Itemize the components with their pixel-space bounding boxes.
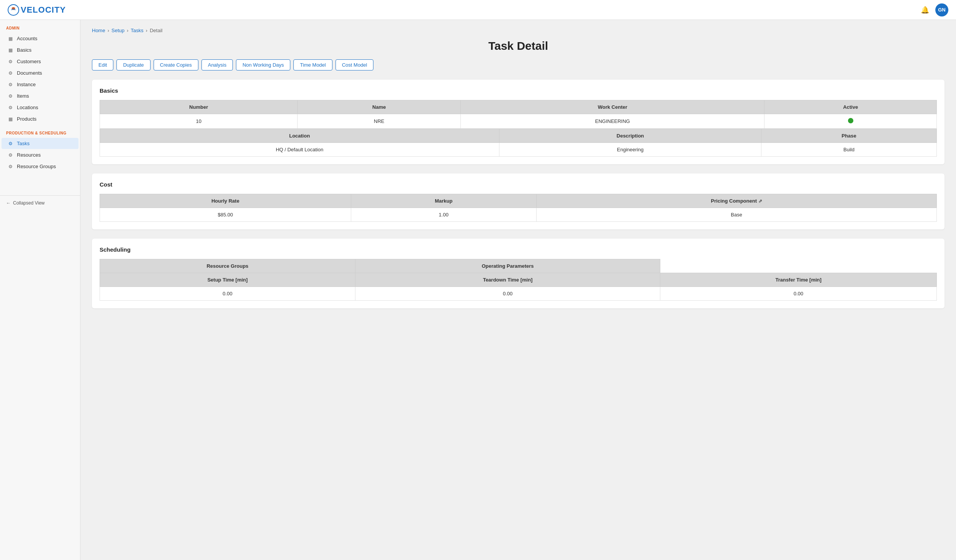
sidebar-item-products-label: Products: [17, 116, 36, 122]
active-status-dot: [848, 118, 853, 123]
products-icon: ▦: [8, 116, 13, 122]
top-right-nav: 🔔 GN: [921, 3, 948, 16]
basics-active-value: [764, 114, 937, 129]
table-row: HQ / Default Location Engineering Build: [100, 143, 937, 157]
time-model-button[interactable]: Time Model: [293, 59, 332, 70]
cost-hourly-rate-header: Hourly Rate: [100, 194, 351, 208]
sidebar-item-documents[interactable]: ⚙ Documents: [2, 67, 79, 79]
sidebar-item-instance-label: Instance: [17, 82, 36, 87]
sidebar-item-locations-label: Locations: [17, 105, 38, 110]
logo: VELOCITY: [8, 4, 66, 16]
basics-number-value: 10: [100, 114, 298, 129]
sidebar-item-customers[interactable]: ⚙ Customers: [2, 56, 79, 67]
table-row: 10 NRE ENGINEERING: [100, 114, 937, 129]
cost-pricing-component-header: Pricing Component ⇗: [536, 194, 936, 208]
sidebar-item-locations[interactable]: ⚙ Locations: [2, 102, 79, 113]
cost-hourly-rate-value: $85.00: [100, 208, 351, 222]
scheduling-operating-params-header: Operating Parameters: [355, 259, 660, 273]
scheduling-table-1: Resource Groups Operating Parameters Set…: [100, 259, 937, 301]
non-working-days-button[interactable]: Non Working Days: [236, 59, 290, 70]
breadcrumb-sep-3: ›: [146, 28, 147, 33]
sidebar-item-instance[interactable]: ⚙ Instance: [2, 79, 79, 90]
cost-markup-header: Markup: [351, 194, 536, 208]
main-content: Home › Setup › Tasks › Detail Task Detai…: [80, 20, 956, 560]
basics-icon: ▦: [8, 47, 13, 53]
breadcrumb-home[interactable]: Home: [92, 28, 105, 33]
admin-section-label: ADMIN: [0, 20, 80, 33]
sidebar-item-tasks-label: Tasks: [17, 141, 29, 146]
instance-icon: ⚙: [8, 82, 13, 87]
scheduling-teardown-time-value: 0.00: [355, 287, 660, 301]
breadcrumb-setup[interactable]: Setup: [111, 28, 124, 33]
top-nav: VELOCITY 🔔 GN: [0, 0, 956, 20]
collapsed-view-button[interactable]: ← Collapsed View: [0, 195, 80, 210]
breadcrumb-tasks[interactable]: Tasks: [131, 28, 143, 33]
basics-name-value: NRE: [298, 114, 461, 129]
sidebar-item-accounts[interactable]: ▦ Accounts: [2, 33, 79, 44]
breadcrumb-detail: Detail: [150, 28, 162, 33]
analysis-button[interactable]: Analysis: [201, 59, 233, 70]
breadcrumb-sep-1: ›: [108, 28, 109, 33]
basics-table-2: Location Description Phase HQ / Default …: [100, 129, 937, 157]
basics-number-header: Number: [100, 100, 298, 114]
pricing-component-link-icon: ⇗: [758, 198, 762, 204]
table-row: $85.00 1.00 Base: [100, 208, 937, 222]
sidebar-item-resource-groups-label: Resource Groups: [17, 164, 56, 169]
resources-icon: ⚙: [8, 152, 13, 158]
scheduling-section-title: Scheduling: [100, 246, 937, 253]
cost-section-title: Cost: [100, 181, 937, 188]
table-row: 0.00 0.00 0.00: [100, 287, 937, 301]
collapse-arrow-icon: ←: [6, 200, 11, 206]
scheduling-resource-groups-header: Resource Groups: [100, 259, 355, 273]
cost-pricing-component-value: Base: [536, 208, 936, 222]
basics-location-value: HQ / Default Location: [100, 143, 499, 157]
duplicate-button[interactable]: Duplicate: [116, 59, 150, 70]
create-copies-button[interactable]: Create Copies: [154, 59, 198, 70]
basics-phase-value: Build: [761, 143, 936, 157]
app-name: VELOCITY: [21, 5, 66, 15]
scheduling-setup-time-header: Setup Time [min]: [100, 273, 355, 287]
customers-icon: ⚙: [8, 59, 13, 64]
user-avatar[interactable]: GN: [935, 3, 948, 16]
basics-description-value: Engineering: [499, 143, 761, 157]
breadcrumb-sep-2: ›: [127, 28, 128, 33]
basics-name-header: Name: [298, 100, 461, 114]
basics-workcenter-header: Work Center: [461, 100, 764, 114]
scheduling-transfer-time-value: 0.00: [660, 287, 937, 301]
scheduling-section: Scheduling Resource Groups Operating Par…: [92, 239, 945, 308]
sidebar-item-resources-label: Resources: [17, 152, 41, 158]
cost-section: Cost Hourly Rate Markup Pricing Componen…: [92, 174, 945, 229]
sidebar-item-resource-groups[interactable]: ⚙ Resource Groups: [2, 161, 79, 172]
sidebar-item-customers-label: Customers: [17, 59, 41, 64]
sidebar-item-tasks[interactable]: ⚙ Tasks: [2, 138, 79, 149]
logo-icon: [8, 4, 19, 16]
basics-section-title: Basics: [100, 87, 937, 94]
sidebar-item-items[interactable]: ⚙ Items: [2, 90, 79, 102]
sidebar-item-basics[interactable]: ▦ Basics: [2, 44, 79, 56]
items-icon: ⚙: [8, 93, 13, 99]
sidebar-item-products[interactable]: ▦ Products: [2, 113, 79, 124]
sidebar-item-documents-label: Documents: [17, 70, 42, 76]
scheduling-setup-time-value: 0.00: [100, 287, 355, 301]
basics-phase-header: Phase: [761, 129, 936, 143]
edit-button[interactable]: Edit: [92, 59, 113, 70]
locations-icon: ⚙: [8, 105, 13, 110]
notification-bell-icon[interactable]: 🔔: [921, 6, 929, 14]
scheduling-teardown-time-header: Teardown Time [min]: [355, 273, 660, 287]
production-section-label: PRODUCTION & SCHEDULING: [0, 125, 80, 138]
basics-table-1: Number Name Work Center Active 10 NRE EN…: [100, 100, 937, 129]
sidebar-item-resources[interactable]: ⚙ Resources: [2, 149, 79, 160]
documents-icon: ⚙: [8, 70, 13, 76]
cost-table: Hourly Rate Markup Pricing Component ⇗ $…: [100, 194, 937, 222]
basics-active-header: Active: [764, 100, 937, 114]
basics-description-header: Description: [499, 129, 761, 143]
basics-location-header: Location: [100, 129, 499, 143]
scheduling-transfer-time-header: Transfer Time [min]: [660, 273, 937, 287]
cost-model-button[interactable]: Cost Model: [336, 59, 374, 70]
breadcrumb: Home › Setup › Tasks › Detail: [92, 28, 945, 33]
action-buttons: Edit Duplicate Create Copies Analysis No…: [92, 59, 945, 70]
page-title: Task Detail: [92, 39, 945, 52]
cost-markup-value: 1.00: [351, 208, 536, 222]
basics-workcenter-value: ENGINEERING: [461, 114, 764, 129]
collapsed-view-label: Collapsed View: [13, 200, 45, 206]
